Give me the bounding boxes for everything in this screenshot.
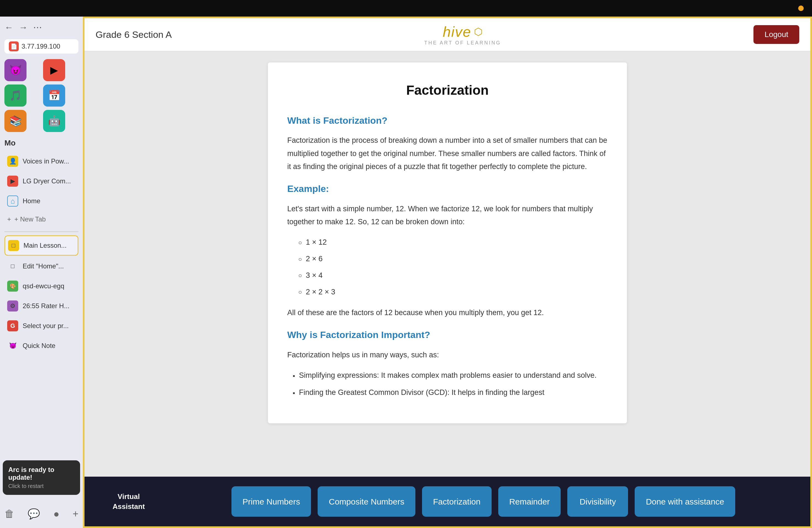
example-conclusion: All of these are the factors of 12 becau… (287, 306, 608, 319)
top-bar-dot (798, 5, 804, 11)
section-label: Mo (4, 138, 78, 147)
main-lesson-icon: □ (8, 240, 19, 251)
select-icon: G (7, 320, 18, 332)
update-title: Arc is ready to update! (8, 466, 75, 481)
virtual-text: Virtual (118, 492, 140, 501)
more-options-icon[interactable]: ⋯ (33, 22, 42, 33)
example-intro: Let's start with a simple number, 12. Wh… (287, 202, 608, 229)
forward-arrow[interactable]: → (19, 23, 28, 33)
home-icon: ⌂ (7, 195, 18, 207)
edit-home-icon: □ (7, 261, 18, 272)
lg-dryer-icon: ▶ (7, 176, 18, 187)
hive-logo-sub: THE ART OF LEARNING (424, 40, 501, 46)
sidebar-item-main-lesson-label: Main Lesson... (24, 241, 67, 249)
composite-numbers-button[interactable]: Composite Numbers (318, 486, 415, 517)
example-heading: Example: (287, 181, 608, 197)
browser-window: Grade 6 Section A hive ⬡ THE ART OF LEAR… (83, 17, 812, 528)
logout-button[interactable]: Logout (753, 25, 799, 44)
example-list: 1 × 12 2 × 6 3 × 4 2 × 2 × 3 (298, 236, 608, 298)
prime-numbers-button[interactable]: Prime Numbers (231, 486, 311, 517)
sidebar: ← → ⋯ 📄 3.77.199.100 😈 ▶ 🎵 📅 📚 🤖 Mo 👤 Vo… (0, 17, 83, 528)
example-item-4: 2 × 2 × 3 (298, 286, 608, 298)
sidebar-item-voices-label: Voices in Pow... (23, 157, 69, 165)
assistant-text: Assistant (112, 501, 145, 511)
icon-grid: 😈 ▶ 🎵 📅 📚 🤖 (4, 59, 78, 132)
sidebar-item-select[interactable]: G Select your pr... (4, 317, 78, 335)
factorization-button[interactable]: Factorization (422, 486, 492, 517)
voices-icon: 👤 (7, 156, 18, 167)
section1-paragraph: Factorization is the process of breaking… (287, 134, 608, 173)
browser-header: Grade 6 Section A hive ⬡ THE ART OF LEAR… (85, 18, 810, 52)
section1-heading: What is Factorization? (287, 113, 608, 129)
icon-btn-calendar[interactable]: 📅 (43, 85, 65, 107)
page-title: Grade 6 Section A (96, 29, 172, 40)
hive-logo-text: hive (443, 24, 471, 40)
content-area: Factorization What is Factorization? Fac… (85, 52, 810, 476)
bullet-item-2: Finding the Greatest Common Divisor (GCD… (293, 386, 608, 399)
sidebar-item-rater-label: 26:55 Rater H... (23, 302, 69, 310)
sidebar-item-lg-dryer[interactable]: ▶ LG Dryer Com... (4, 172, 78, 191)
rater-icon: ⚙ (7, 300, 18, 311)
sidebar-item-home[interactable]: ⌂ Home (4, 192, 78, 210)
sidebar-item-select-label: Select your pr... (23, 322, 69, 330)
quick-note-icon: 👿 (7, 340, 18, 351)
lesson-card: Factorization What is Factorization? Fac… (268, 62, 627, 423)
lesson-title: Factorization (287, 79, 608, 102)
speech-icon[interactable]: 💬 (28, 508, 40, 520)
sidebar-item-quick-note[interactable]: 👿 Quick Note (4, 336, 78, 355)
section2-intro: Factorization helps us in many ways, suc… (287, 349, 608, 362)
sidebar-item-qsd[interactable]: 🎨 qsd-ewcu-egq (4, 277, 78, 295)
qsd-icon: 🎨 (7, 281, 18, 292)
section2-bullet-list: Simplifying expressions: It makes comple… (293, 369, 608, 399)
divisibility-button[interactable]: Divisibility (567, 486, 628, 517)
sidebar-divider (4, 231, 78, 232)
bullet-item-1: Simplifying expressions: It makes comple… (293, 369, 608, 382)
sidebar-item-main-lesson[interactable]: □ Main Lesson... (4, 235, 78, 256)
example-item-2: 2 × 6 (298, 253, 608, 265)
new-tab-button[interactable]: + + New Tab (4, 211, 78, 227)
ip-icon: 📄 (9, 41, 19, 52)
icon-btn-stack[interactable]: 📚 (4, 110, 27, 132)
ip-badge: 📄 3.77.199.100 (4, 39, 78, 54)
icon-btn-ai[interactable]: 🤖 (43, 110, 65, 132)
sidebar-item-voices[interactable]: 👤 Voices in Pow... (4, 152, 78, 171)
sidebar-item-quick-note-label: Quick Note (23, 342, 56, 350)
add-icon[interactable]: + (73, 508, 78, 520)
sidebar-item-lg-dryer-label: LG Dryer Com... (23, 177, 71, 185)
new-tab-plus-icon: + (7, 216, 11, 223)
virtual-assistant-label: Virtual Assistant (101, 492, 156, 512)
sidebar-nav-bar: ← → ⋯ (4, 22, 78, 33)
sidebar-bottom: 🗑 💬 ● + (4, 505, 78, 523)
circle-icon[interactable]: ● (53, 508, 59, 520)
sidebar-item-qsd-label: qsd-ewcu-egq (23, 282, 64, 290)
back-arrow[interactable]: ← (4, 23, 13, 33)
sidebar-item-edit-home-label: Edit "Home"... (23, 262, 64, 270)
update-notification[interactable]: Arc is ready to update! Click to restart (3, 460, 80, 495)
sidebar-item-edit-home[interactable]: □ Edit "Home"... (4, 257, 78, 276)
icon-btn-youtube[interactable]: ▶ (43, 59, 65, 81)
nav-buttons: Prime Numbers Composite Numbers Factoriz… (173, 486, 794, 517)
icon-btn-devil[interactable]: 😈 (4, 59, 27, 81)
icon-btn-spotify[interactable]: 🎵 (4, 85, 27, 107)
top-bar (0, 0, 812, 17)
example-item-1: 1 × 12 (298, 236, 608, 249)
update-subtitle: Click to restart (8, 483, 75, 489)
done-with-assistance-button[interactable]: Done with assistance (635, 486, 735, 517)
sidebar-item-rater[interactable]: ⚙ 26:55 Rater H... (4, 297, 78, 316)
ip-address: 3.77.199.100 (21, 43, 60, 50)
example-item-3: 3 × 4 (298, 269, 608, 282)
new-tab-label: + New Tab (14, 216, 46, 223)
section2-heading: Why is Factorization Important? (287, 327, 608, 343)
trash-icon[interactable]: 🗑 (4, 508, 14, 520)
hive-logo: hive ⬡ THE ART OF LEARNING (424, 24, 501, 46)
bottom-bar: Virtual Assistant Prime Numbers Composit… (85, 476, 810, 526)
sidebar-item-home-label: Home (23, 197, 40, 205)
hive-logo-hex: ⬡ (474, 26, 482, 38)
remainder-button[interactable]: Remainder (498, 486, 561, 517)
